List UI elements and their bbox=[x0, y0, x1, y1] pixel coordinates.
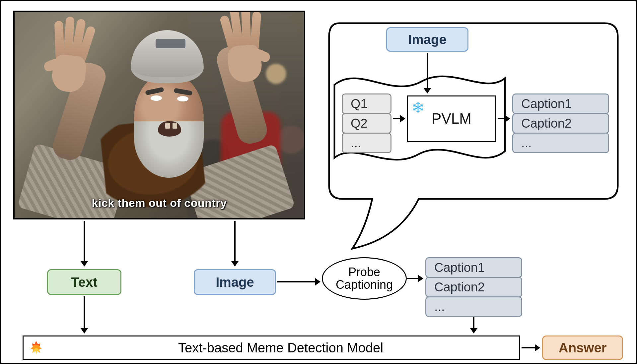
pvlm-box: PVLM bbox=[407, 95, 496, 142]
arrow-captions-to-model bbox=[473, 317, 474, 329]
meme-caption-text: kick them out of country bbox=[15, 197, 304, 210]
arrowhead-icon bbox=[81, 261, 88, 267]
meme-hand-left bbox=[37, 13, 98, 94]
meme-tooth bbox=[173, 123, 177, 129]
arrow-meme-to-image bbox=[234, 221, 236, 262]
caption-stack-inner: Caption1 Caption2 ... bbox=[512, 93, 609, 153]
caption2-cell-outer: Caption2 bbox=[425, 277, 522, 297]
meme-eye bbox=[151, 95, 162, 101]
caption-more-cell: ... bbox=[512, 133, 609, 153]
meme-tooth bbox=[165, 123, 170, 129]
snowflake-icon bbox=[412, 100, 424, 111]
question-stack: Q1 Q2 ... bbox=[342, 93, 391, 153]
answer-node: Answer bbox=[542, 335, 623, 360]
diagram-stage: kick them out of country Image Q1 Q2 ...… bbox=[0, 0, 637, 364]
probe-label-2: Captioning bbox=[336, 278, 393, 291]
caption-more-cell-outer: ... bbox=[425, 296, 522, 317]
arrow-text-to-model bbox=[84, 296, 85, 329]
text-node: Text bbox=[47, 269, 121, 295]
arrowhead-icon bbox=[418, 275, 423, 282]
probe-captioning-node: Probe Captioning bbox=[322, 257, 407, 300]
arrowhead-icon bbox=[400, 115, 405, 122]
arrowhead-icon bbox=[424, 88, 431, 93]
arrow-image-to-pvlm bbox=[427, 53, 428, 89]
meme-hand-right bbox=[218, 11, 276, 83]
arrowhead-icon bbox=[505, 115, 510, 122]
arrow-probe-to-captions bbox=[407, 278, 419, 279]
pvlm-label: PVLM bbox=[432, 110, 471, 127]
arrow-image-to-probe bbox=[277, 281, 316, 282]
arrowhead-icon bbox=[470, 328, 477, 334]
caption1-cell-outer: Caption1 bbox=[425, 257, 522, 278]
q2-cell: Q2 bbox=[342, 113, 391, 134]
arrow-meme-to-text bbox=[84, 221, 85, 262]
meme-image: kick them out of country bbox=[13, 11, 305, 219]
image-node: Image bbox=[194, 269, 276, 295]
caption-stack-outer: Caption1 Caption2 ... bbox=[425, 257, 522, 317]
arrowhead-icon bbox=[315, 278, 320, 285]
image-node-inner: Image bbox=[386, 27, 468, 52]
arrowhead-icon bbox=[81, 328, 88, 334]
arrowhead-icon bbox=[231, 261, 239, 267]
detection-model-box: Text-based Meme Detection Model bbox=[23, 335, 520, 360]
arrowhead-icon bbox=[535, 344, 540, 351]
fire-icon bbox=[30, 342, 42, 354]
image-node-label: Image bbox=[216, 275, 254, 290]
q1-cell: Q1 bbox=[342, 93, 391, 114]
caption2-cell: Caption2 bbox=[512, 113, 609, 134]
detection-model-label: Text-based Meme Detection Model bbox=[42, 340, 519, 355]
answer-label: Answer bbox=[559, 340, 607, 355]
text-node-label: Text bbox=[71, 275, 97, 290]
q-more-cell: ... bbox=[342, 133, 391, 153]
arrow-q-to-pvlm bbox=[393, 118, 401, 119]
image-node-inner-label: Image bbox=[408, 32, 447, 47]
caption1-cell: Caption1 bbox=[512, 93, 609, 114]
probe-label-1: Probe bbox=[348, 266, 380, 278]
meme-eye bbox=[177, 96, 188, 101]
arrow-model-to-answer bbox=[522, 347, 535, 348]
arrow-pvlm-to-captions bbox=[498, 118, 506, 119]
